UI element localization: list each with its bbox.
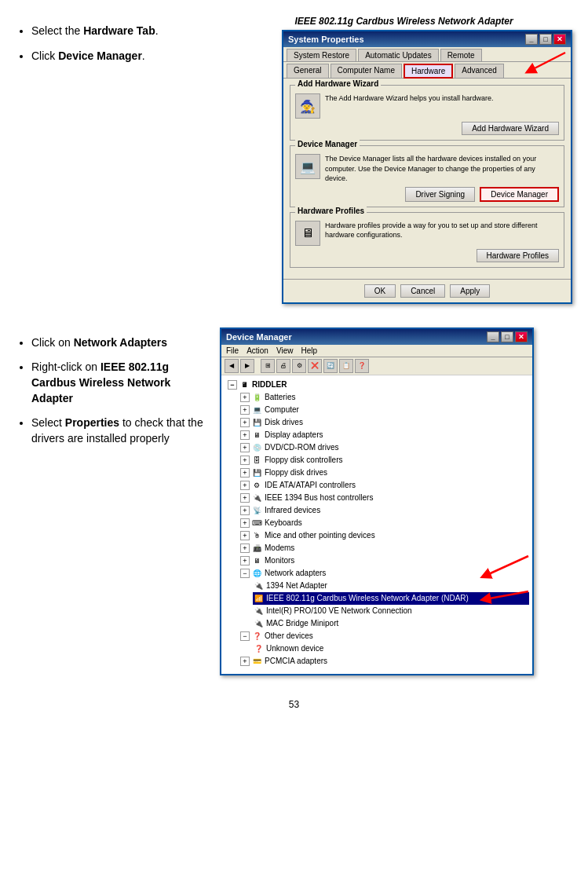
toolbar-btn4[interactable]: ❌ [308, 359, 322, 373]
tab-hardware[interactable]: Hardware [404, 64, 453, 79]
expand-batteries[interactable]: + [240, 393, 250, 402]
expand-monitors[interactable]: + [240, 556, 250, 565]
tree-pcmcia[interactable]: + 💳 PCMCIA adapters [240, 655, 529, 668]
tree-infrared[interactable]: + 📡 Infrared devices [240, 504, 529, 517]
tree-computer[interactable]: + 💻 Computer [240, 404, 529, 416]
hw-profiles-buttons: Hardware Profiles [295, 249, 559, 262]
tree-network-adapters[interactable]: − 🌐 Network adapters [240, 567, 529, 580]
tree-1394-net[interactable]: 🔌 1394 Net Adapter [253, 580, 529, 592]
unknown-label: Unknown device [266, 644, 323, 653]
dm-maximize-button[interactable]: □ [501, 331, 513, 342]
computer-node-icon: 💻 [251, 404, 262, 415]
tree-floppy-ctrl[interactable]: + 🗄 Floppy disk controllers [240, 454, 529, 467]
dm-tree: − 🖥 RIDDLER + 🔋 Batteries + 💻 C [225, 379, 529, 668]
tree-modems[interactable]: + 📠 Modems [240, 542, 529, 554]
close-button[interactable]: ✕ [553, 34, 566, 45]
toolbar-btn2[interactable]: 🖨 [276, 359, 290, 373]
tree-ieee1394[interactable]: + 🔌 IEEE 1394 Bus host controllers [240, 492, 529, 504]
tab-remote[interactable]: Remote [440, 49, 482, 61]
tree-floppy-drives[interactable]: + 💾 Floppy disk drives [240, 467, 529, 479]
toolbar-btn7[interactable]: ❓ [355, 359, 369, 373]
tree-keyboards[interactable]: + ⌨ Keyboards [240, 517, 529, 529]
tab-computer-name[interactable]: Computer Name [331, 64, 402, 78]
tree-mac-bridge[interactable]: 🔌 MAC Bridge Miniport [253, 617, 529, 630]
minimize-button[interactable]: _ [525, 34, 538, 45]
toolbar-btn1[interactable]: ⊞ [261, 359, 275, 373]
tree-mice[interactable]: + 🖱 Mice and other pointing devices [240, 529, 529, 542]
tree-other-devices[interactable]: − ❓ Other devices [240, 630, 529, 642]
toolbar-btn5[interactable]: 🔄 [323, 359, 338, 373]
disk-drives-label: Disk drives [265, 418, 303, 426]
expand-infrared[interactable]: + [240, 506, 250, 515]
tree-ieee-wireless[interactable]: 📶 IEEE 802.11g Cardbus Wireless Network … [253, 592, 529, 605]
tree-unknown-device[interactable]: ❓ Unknown device [253, 642, 529, 655]
driver-signing-button[interactable]: Driver Signing [405, 187, 475, 202]
dm-minimize-button[interactable]: _ [487, 331, 499, 342]
device-manager-button[interactable]: Device Manager [480, 187, 559, 202]
expand-floppy-drv[interactable]: + [240, 468, 250, 478]
tree-display-adapters[interactable]: + 🖥 Display adapters [240, 429, 529, 441]
menu-action[interactable]: Action [247, 346, 268, 355]
add-hardware-wizard-button[interactable]: Add Hardware Wizard [462, 122, 559, 135]
menu-help[interactable]: Help [301, 346, 317, 355]
device-manager-section: Device Manager 💻 The Device Manager list… [290, 145, 564, 207]
expand-icon-root[interactable]: − [228, 380, 237, 390]
add-hw-icon: 🧙 [295, 93, 320, 119]
tab-system-restore[interactable]: System Restore [287, 49, 356, 61]
expand-mice[interactable]: + [240, 531, 250, 540]
tree-monitors[interactable]: + 🖥 Monitors [240, 554, 529, 567]
maximize-button[interactable]: □ [539, 34, 552, 45]
toolbar-btn6[interactable]: 📋 [339, 359, 353, 373]
expand-network[interactable]: − [240, 569, 250, 578]
ieee-adapter-bold: IEEE 802.11g Cardbus Wireless Network Ad… [31, 360, 170, 404]
toolbar-btn3[interactable]: ⚙ [292, 359, 306, 373]
expand-display[interactable]: + [240, 430, 250, 440]
menu-view[interactable]: View [276, 346, 294, 355]
dm-close-button[interactable]: ✕ [515, 331, 528, 342]
dm-menubar: File Action View Help [221, 345, 532, 357]
display-adapters-label: Display adapters [265, 430, 323, 439]
floppy-drv-icon: 💾 [251, 467, 262, 478]
ieee1394-label: IEEE 1394 Bus host controllers [265, 493, 373, 502]
tree-batteries[interactable]: + 🔋 Batteries [240, 391, 529, 404]
expand-other[interactable]: − [240, 631, 250, 641]
expand-pcmcia[interactable]: + [240, 657, 250, 666]
apply-button[interactable]: Apply [450, 284, 490, 298]
infrared-icon: 📡 [251, 505, 262, 516]
tree-disk-drives[interactable]: + 💾 Disk drives [240, 416, 529, 429]
dialog-body: Add Hardware Wizard 🧙 The Add Hardware W… [283, 79, 571, 279]
tree-ide[interactable]: + ⚙ IDE ATA/ATAPI controllers [240, 479, 529, 492]
tab-advanced[interactable]: Advanced [455, 64, 503, 78]
tab-general[interactable]: General [287, 64, 329, 78]
tree-dvd[interactable]: + 💿 DVD/CD-ROM drives [240, 441, 529, 454]
dvd-icon: 💿 [251, 442, 262, 453]
batteries-icon: 🔋 [251, 392, 262, 403]
expand-dvd[interactable]: + [240, 443, 250, 452]
hardware-profiles-button[interactable]: Hardware Profiles [477, 249, 559, 262]
add-hw-content: 🧙 The Add Hardware Wizard helps you inst… [295, 93, 559, 119]
bottom-section: Click on Network Adapters Right-click on… [16, 328, 572, 675]
expand-computer[interactable]: + [240, 405, 250, 415]
tree-intel-pro[interactable]: 🔌 Intel(R) PRO/100 VE Network Connection [253, 605, 529, 617]
toolbar-forward[interactable]: ▶ [240, 359, 254, 373]
red-arrow-hardware [522, 49, 569, 80]
expand-ieee1394[interactable]: + [240, 493, 250, 503]
mice-icon: 🖱 [251, 530, 262, 541]
dm-text: The Device Manager lists all the hardwar… [325, 154, 559, 184]
expand-keyboards[interactable]: + [240, 518, 250, 528]
expand-disk[interactable]: + [240, 418, 250, 427]
intel-pro-icon: 🔌 [253, 606, 264, 617]
ok-button[interactable]: OK [364, 284, 396, 298]
expand-modems[interactable]: + [240, 543, 250, 553]
expand-ide[interactable]: + [240, 481, 250, 490]
instruction-select-properties: Select Properties to check that the driv… [31, 415, 212, 446]
cancel-button[interactable]: Cancel [400, 284, 445, 298]
device-manager-window: Device Manager _ □ ✕ File Action View He… [220, 328, 534, 675]
modems-label: Modems [265, 543, 294, 552]
menu-file[interactable]: File [226, 346, 239, 355]
bottom-instructions: Click on Network Adapters Right-click on… [16, 328, 220, 675]
toolbar-back[interactable]: ◀ [225, 359, 239, 373]
expand-floppy-ctrl[interactable]: + [240, 456, 250, 465]
device-manager-bold: Device Manager [58, 49, 142, 62]
tab-automatic-updates[interactable]: Automatic Updates [358, 49, 439, 61]
